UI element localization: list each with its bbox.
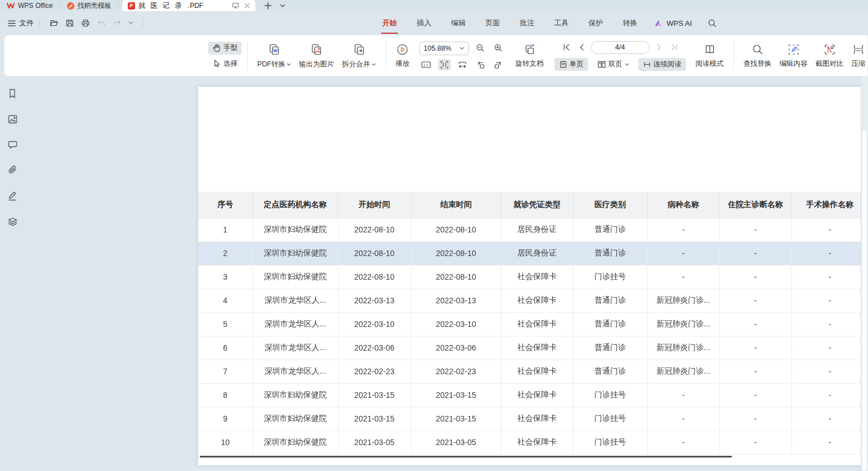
- tab-list-chevron-icon[interactable]: [276, 0, 289, 11]
- table-cell: -: [791, 336, 861, 360]
- vertical-scrollbar-thumb[interactable]: [861, 130, 867, 471]
- continuous-read-button[interactable]: 连续阅读: [638, 58, 686, 71]
- menu-home[interactable]: 开始: [381, 16, 398, 30]
- open-file-button[interactable]: [46, 19, 62, 28]
- table-row: 6深圳市龙华区人...2022-03-062022-03-06社会保障卡普通门诊…: [198, 336, 861, 360]
- fit-page-icon: [440, 60, 449, 69]
- layers-icon[interactable]: [6, 215, 20, 229]
- close-tab-icon[interactable]: [244, 3, 250, 8]
- screenshot-compare-button[interactable]: 截图对比: [812, 42, 848, 70]
- table-cell: -: [719, 407, 791, 430]
- hand-tool-button[interactable]: 手型: [208, 42, 241, 55]
- redo-icon: [113, 19, 122, 27]
- table-cell: -: [647, 407, 719, 430]
- select-tool-button[interactable]: 选择: [208, 57, 241, 70]
- fit-page-button[interactable]: [438, 59, 451, 70]
- print-button[interactable]: [78, 19, 93, 28]
- comment-icon[interactable]: [6, 138, 20, 151]
- undo-history-chevron-icon[interactable]: [125, 21, 137, 25]
- split-merge-label: 拆分合并: [342, 60, 370, 69]
- export-image-button[interactable]: 输出为图片: [295, 42, 338, 70]
- file-menu-button[interactable]: 文件: [8, 18, 34, 28]
- vertical-scrollbar-track[interactable]: [861, 77, 868, 471]
- actual-size-button[interactable]: 1:1: [419, 59, 433, 70]
- table-cell: -: [791, 265, 861, 289]
- rotate-document-button[interactable]: 旋转文档: [512, 42, 548, 70]
- redo-button[interactable]: [109, 19, 125, 27]
- wps-ai-label: WPS AI: [666, 19, 692, 28]
- tab-docer[interactable]: 找稻壳模板: [60, 0, 119, 11]
- table-cell: 居民身份证: [501, 218, 573, 241]
- menu-page[interactable]: 页面: [484, 16, 501, 30]
- global-search-button[interactable]: [704, 19, 721, 28]
- last-page-button[interactable]: [669, 42, 680, 52]
- next-page-button[interactable]: [654, 42, 664, 52]
- page-number-input[interactable]: 4/4: [591, 41, 650, 54]
- next-page-icon: [656, 43, 663, 51]
- divider: [733, 41, 734, 71]
- single-page-button[interactable]: 单页: [554, 58, 588, 71]
- table-row: 1深圳市妇幼保健院2022-08-102022-08-10居民身份证普通门诊--…: [198, 218, 861, 241]
- tab-wps-label: WPS Office: [18, 2, 53, 10]
- table-cell: 普通门诊: [573, 218, 647, 241]
- menu-protect[interactable]: 保护: [587, 16, 604, 30]
- docer-icon: [67, 2, 74, 10]
- rotate-right-button[interactable]: [492, 59, 505, 70]
- zoom-in-button[interactable]: [492, 42, 505, 54]
- table-cell: -: [791, 407, 861, 430]
- table-cell: 2021-03-15: [338, 407, 411, 430]
- menu-tools[interactable]: 工具: [553, 16, 570, 30]
- rotate-document-icon: [524, 43, 536, 56]
- compress-button[interactable]: 压缩: [848, 42, 868, 70]
- bookmark-icon[interactable]: [6, 87, 19, 101]
- table-cell: 深圳市龙华区人...: [253, 360, 338, 383]
- table-cell: -: [719, 218, 791, 241]
- play-button[interactable]: 播放: [392, 42, 414, 70]
- table-row: 3深圳市妇幼保健院2022-08-102022-08-10社会保障卡门诊挂号--…: [198, 265, 861, 289]
- fit-width-button[interactable]: [456, 59, 469, 70]
- save-button[interactable]: [62, 19, 78, 28]
- table-cell: 居民身份证: [501, 241, 573, 265]
- table-cell: -: [647, 383, 719, 407]
- display-mode-icon[interactable]: [232, 2, 239, 9]
- table-cell: -: [791, 360, 861, 383]
- table-cell: 社会保障卡: [501, 360, 573, 383]
- read-mode-button[interactable]: 阅读模式: [692, 42, 728, 70]
- table-cell: 2022-02-23: [338, 360, 411, 383]
- first-page-button[interactable]: [561, 42, 572, 52]
- undo-button[interactable]: [93, 19, 109, 27]
- edit-content-button[interactable]: 编辑内容: [776, 42, 812, 70]
- rotate-right-icon: [494, 60, 503, 69]
- table-cell: 深圳市妇幼保健院: [253, 265, 338, 289]
- table-row: 5深圳市龙华区人...2022-03-102022-03-10社会保障卡普通门诊…: [198, 312, 861, 336]
- menu-insert[interactable]: 插入: [415, 16, 432, 30]
- table-horizontal-scrollbar[interactable]: [200, 456, 732, 457]
- zoom-level-input[interactable]: 105.88%: [419, 42, 469, 55]
- attachment-icon[interactable]: [6, 163, 20, 177]
- menu-comment[interactable]: 批注: [518, 16, 535, 30]
- column-header: 住院主诊断名称: [719, 192, 791, 218]
- tab-document[interactable]: P 就医记录 .PDF: [122, 0, 256, 11]
- new-tab-button[interactable]: [260, 0, 276, 11]
- page-indicator: 4/4: [615, 43, 625, 51]
- table-cell: 2022-03-06: [411, 336, 501, 360]
- double-page-button[interactable]: 双页: [593, 58, 634, 71]
- wps-ai-button[interactable]: WPS AI: [654, 19, 692, 28]
- menu-convert[interactable]: 转换: [621, 16, 638, 30]
- compress-icon: [852, 43, 865, 56]
- tab-wps-home[interactable]: WPS Office: [0, 0, 60, 11]
- signature-icon[interactable]: [6, 189, 20, 203]
- zoom-out-button[interactable]: [474, 42, 487, 54]
- find-replace-button[interactable]: 查找替换: [740, 42, 776, 70]
- pdf-convert-button[interactable]: PDF转换: [253, 42, 295, 70]
- pdf-page: 序号定点医药机构名称开始时间结束时间就诊凭证类型医疗类别病种名称住院主诊断名称手…: [198, 87, 861, 465]
- table-cell: 2022-03-10: [338, 312, 411, 336]
- rotate-left-button[interactable]: [474, 59, 487, 70]
- thumbnail-icon[interactable]: [6, 113, 20, 126]
- chevron-down-icon: [372, 63, 376, 66]
- window-tab-bar: WPS Office 找稻壳模板 P 就医记录 .PDF: [0, 0, 868, 11]
- split-merge-button[interactable]: 拆分合并: [338, 42, 380, 70]
- menu-edit[interactable]: 编辑: [450, 16, 467, 30]
- previous-page-button[interactable]: [576, 42, 587, 52]
- read-mode-label: 阅读模式: [696, 59, 724, 69]
